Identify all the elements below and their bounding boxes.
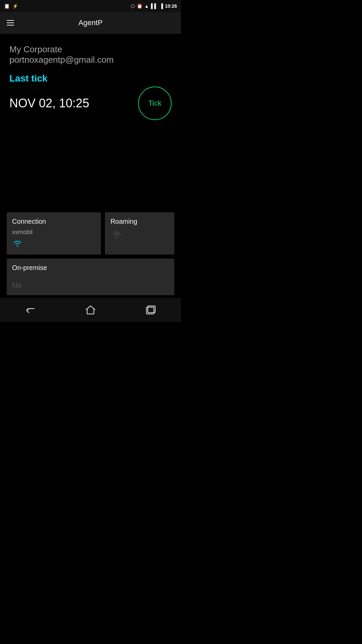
- status-icons-right: ⬡ ⏰ ▲ ▌▌ ▐ 10:26: [131, 3, 177, 9]
- home-button[interactable]: [80, 300, 101, 320]
- svg-point-0: [17, 246, 18, 247]
- account-name: My Corporate: [9, 44, 172, 55]
- connection-card-title: Connection: [12, 218, 96, 225]
- wifi-icon: [12, 240, 96, 249]
- bluetooth-icon: ⬡: [131, 3, 135, 9]
- account-email: portnoxagentp@gmail.com: [9, 55, 172, 65]
- last-tick-label: Last tick: [9, 73, 172, 84]
- roaming-card: Roaming: [105, 212, 174, 255]
- recents-button[interactable]: [141, 300, 161, 320]
- bottom-navigation: [0, 298, 181, 322]
- hamburger-menu-button[interactable]: [7, 20, 14, 25]
- alarm-icon: ⏰: [137, 3, 142, 9]
- roaming-card-title: Roaming: [110, 218, 169, 225]
- tick-button[interactable]: Tick: [138, 87, 172, 120]
- tick-row: NOV 02, 10:25 Tick: [9, 87, 172, 120]
- status-icons-left: 📋 ⚡: [4, 3, 18, 9]
- on-premise-card: On-premise No: [7, 259, 174, 295]
- wifi-status-icon: ▲: [144, 3, 149, 9]
- main-content: My Corporate portnoxagentp@gmail.com Las…: [0, 34, 181, 120]
- connection-card: Connection xsmobil: [7, 212, 101, 255]
- airplane-icon: [110, 229, 169, 243]
- on-premise-card-title: On-premise: [12, 264, 169, 272]
- on-premise-card-value: No: [12, 281, 169, 290]
- connection-card-value: xsmobil: [12, 229, 96, 236]
- cards-section: Connection xsmobil Roaming: [0, 212, 181, 295]
- lightning-icon: ⚡: [12, 3, 18, 9]
- last-tick-value: NOV 02, 10:25: [9, 96, 89, 110]
- app-title: AgentP: [22, 18, 159, 27]
- battery-icon: ▐: [160, 3, 163, 9]
- signal-icon: ▌▌: [151, 3, 158, 9]
- clipboard-icon: 📋: [4, 3, 10, 9]
- status-bar: 📋 ⚡ ⬡ ⏰ ▲ ▌▌ ▐ 10:26: [0, 0, 181, 12]
- back-button[interactable]: [20, 300, 40, 320]
- status-time: 10:26: [165, 3, 177, 9]
- app-bar: AgentP: [0, 12, 181, 34]
- cards-row-top: Connection xsmobil Roaming: [7, 212, 174, 255]
